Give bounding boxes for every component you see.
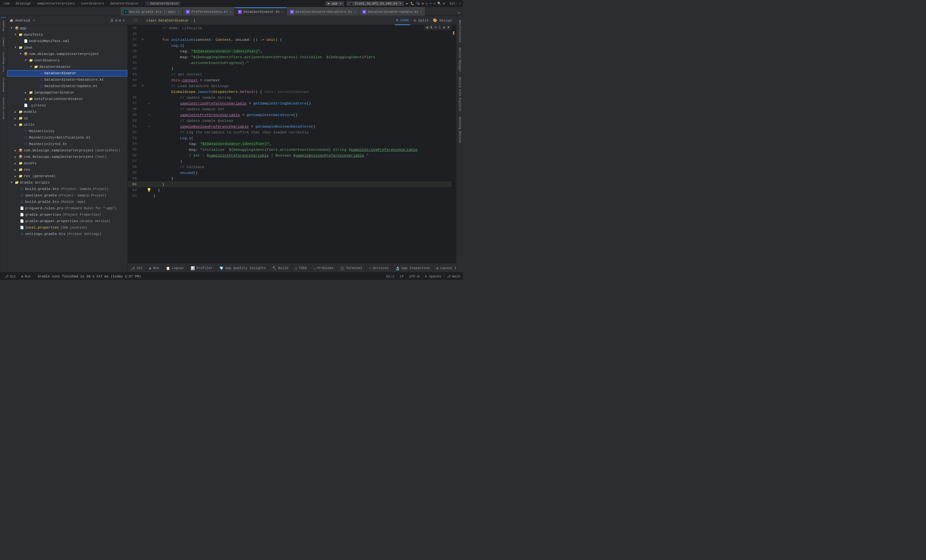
tree-item-assets[interactable]: ▶ 📁 assets [7, 160, 127, 166]
bc-class[interactable]: class DataCoordinator [146, 19, 189, 23]
right-tab-running-devices[interactable]: Running Devices [457, 115, 462, 145]
tree-gear-icon[interactable]: ☰ [110, 18, 113, 23]
breadcrumb-project[interactable]: samplestarterproject [37, 2, 75, 6]
redo-button[interactable]: ↪ [433, 2, 435, 6]
tree-item-manifests[interactable]: ▼ 📁 manifests [7, 32, 127, 38]
tree-collapse-icon[interactable]: ⊟ [119, 18, 121, 23]
code-wrapper[interactable]: 35 // MARK: Lifecycle 36 37 ▼ [128, 25, 451, 263]
tree-item-notification-coordinator[interactable]: ▶ 📁 notificationCoordinator [7, 96, 127, 102]
breadcrumb-active-file[interactable]: ⬡DataCoordinator [145, 1, 181, 6]
breadcrumb-com[interactable]: .com [2, 2, 10, 6]
bottom-tab-logcat[interactable]: 📋 Logcat [163, 264, 188, 272]
bottom-tab-problems[interactable]: ⚠ Problems [310, 264, 337, 272]
split-view-btn[interactable]: ⊟ Split [414, 18, 429, 23]
tab-preferences-keys[interactable]: K PreferencesKeys.kt ✕ [183, 8, 235, 16]
error-count[interactable]: ● 1 [435, 26, 440, 29]
tab-build-gradle-app[interactable]: G build.gradle.kts (:app) ✕ [121, 8, 183, 16]
bottom-tab-profiler[interactable]: 📊 Profiler [188, 264, 216, 272]
breadcrumb-delasign[interactable]: delasign [15, 2, 31, 6]
tree-item-ui[interactable]: ▶ 📁 ui [7, 115, 127, 121]
bottom-tab-build[interactable]: 🔨 Build [269, 264, 292, 272]
sidebar-item-bookmarks[interactable]: Bookmarks [1, 75, 6, 94]
fold-arrow-37[interactable]: ▼ [140, 38, 146, 41]
sidebar-item-commit[interactable]: Commit [1, 35, 6, 49]
tree-item-mainactivity-ui[interactable]: ⬡ MainActivity+UI.kt [7, 141, 127, 147]
attach-button[interactable]: 📎 [416, 2, 420, 6]
tree-item-settings-gradle[interactable]: ⬡ settings.gradle.kts (Project Settings) [7, 231, 127, 237]
tab-close[interactable]: ✕ [177, 10, 179, 14]
device-selector[interactable]: 📱 Pixel_3a_API_33_x86_64 ▾ [346, 1, 404, 6]
sidebar-item-build-variants[interactable]: Build Variants [1, 95, 6, 121]
tree-item-build-gradle-project[interactable]: ⬡ build.gradle.kts (Project: Sample_Proj… [7, 186, 127, 192]
bottom-tab-run[interactable]: ▶ Run [146, 264, 163, 272]
right-tab-device-file-explorer[interactable]: Device File Explorer [457, 74, 462, 115]
bottom-tab-git[interactable]: ⎇ Git [128, 264, 146, 272]
scroll-up[interactable]: ▲ [443, 26, 445, 29]
tab-data-coordinator-datastore[interactable]: K DataCoordinator+DataStore.kt ✕ [287, 8, 359, 16]
status-lf[interactable]: LF [397, 272, 407, 280]
design-view-btn[interactable]: 🎨 Design [433, 18, 452, 23]
sidebar-item-project[interactable]: Project [1, 17, 6, 34]
stop-button[interactable]: ■ [422, 2, 424, 6]
settings-button[interactable]: ⚙ [443, 2, 445, 6]
right-tab-notifications[interactable]: Notifications [457, 17, 462, 45]
status-cursor[interactable]: 61:2 [384, 272, 397, 280]
status-run[interactable]: ▶ Run [19, 272, 34, 280]
tree-item-datacoordinator-update[interactable]: ⬡ DataCoordinator+Update.kt [7, 83, 127, 89]
warning-count[interactable]: ▲ 8 [426, 26, 432, 29]
bottom-tab-app-quality[interactable]: 💎 App Quality Insights [216, 264, 269, 272]
tab-close[interactable]: ✕ [420, 10, 422, 14]
tree-item-proguard[interactable]: 📄 proguard-rules.pro (ProGuard Rules for… [7, 205, 127, 212]
tree-item-gradle-scripts[interactable]: ▼ 📁 Gradle Scripts [7, 179, 127, 186]
run-button[interactable]: ▶ [406, 2, 409, 6]
tree-item-utils[interactable]: ▶ 📁 utils [7, 121, 127, 128]
bottom-tab-todo[interactable]: ☑ TODO [292, 264, 310, 272]
tree-item-androidtest[interactable]: ▶ 📦 com.delasign.samplestarterproject (a… [7, 147, 127, 154]
status-indent[interactable]: 4 spaces [422, 272, 444, 280]
fold-arrow-45[interactable]: ▼ [140, 84, 146, 88]
tree-item-language-coordinator[interactable]: ▶ 📁 languageCoordinator [7, 89, 127, 96]
bottom-tab-terminal[interactable]: ⬛ Terminal [337, 264, 366, 272]
tab-close[interactable]: ✕ [354, 10, 355, 14]
debug-button[interactable]: 🐛 [410, 2, 414, 6]
tree-item-gitkeep[interactable]: 📄 .gitkeep [7, 102, 127, 109]
search-everywhere-button[interactable]: 🔍 [437, 2, 441, 6]
scroll-down[interactable]: ▼ [448, 26, 449, 29]
tab-close[interactable]: ✕ [281, 10, 283, 14]
bottom-tab-services[interactable]: ⚡ Services [366, 264, 393, 272]
status-git[interactable]: ⎇ Git [2, 272, 19, 280]
tree-item-datacoordinator[interactable]: ⬡ DataCoordinator [7, 70, 127, 77]
layout-inspector-btn[interactable]: ⊞ Layout Inspector [433, 264, 456, 272]
status-encoding[interactable]: UTF-8 [407, 272, 422, 280]
tree-item-java[interactable]: ▼ 📁 java [7, 44, 127, 51]
tab-close[interactable]: ✕ [230, 10, 231, 14]
tree-item-local-properties[interactable]: 📄 local.properties (SDK Location) [7, 224, 127, 231]
tree-item-res[interactable]: ▶ 📁 res [7, 166, 127, 173]
breadcrumb-datacoordinator-folder[interactable]: dataCoordinator [110, 2, 139, 6]
tree-item-build-gradle-module[interactable]: ⬡ build.gradle.kts (Module :app) [7, 199, 127, 205]
tab-data-coordinator-update[interactable]: K DataCoordinator+Update.kt ✕ [359, 8, 425, 16]
tab-data-coordinator[interactable]: K DataCoordinator.kt ✕ [235, 8, 287, 16]
code-view-btn[interactable]: ⊞ Code [395, 16, 410, 25]
tree-item-datacoordinator-folder[interactable]: ▼ 📁 dataCoordinator [7, 64, 127, 70]
sidebar-item-pull-requests[interactable]: Pull Requests [1, 49, 6, 74]
tree-settings-icon[interactable]: ⚙ [115, 18, 117, 23]
tree-item-res-generated[interactable]: ▶ 📁 res (generated) [7, 173, 127, 179]
tree-item-mainactivity[interactable]: ⬡ MainActivity [7, 128, 127, 135]
dropdown-arrow[interactable]: ▾ [33, 19, 35, 22]
tree-item-spotless[interactable]: ⬡ spotless.gradle (Project: Sample_Proje… [7, 192, 127, 199]
tree-item-manifest-xml[interactable]: 📄 AndroidManifest.xml [7, 38, 127, 44]
tree-item-mainactivity-notifications[interactable]: ⬡ MainActivity+Notifications.kt [7, 135, 127, 141]
tree-item-gradle-properties[interactable]: 📄 gradle.properties (Project Properties) [7, 212, 127, 218]
right-tab-device-manager[interactable]: Device Manager [457, 45, 462, 74]
tree-item-models[interactable]: ▶ 📁 models [7, 109, 127, 115]
tree-item-coordinators[interactable]: ▼ 📁 coordinators [7, 57, 127, 64]
bottom-tab-app-inspection[interactable]: 🔬 App Inspection [392, 264, 433, 272]
tree-item-app[interactable]: ▼ 📦 app [7, 25, 127, 32]
status-branch[interactable]: ⎇ main [444, 272, 463, 280]
tabs-overflow[interactable]: ⋯ [455, 10, 463, 16]
tree-item-datacoordinator-datastore[interactable]: ⬡ DataCoordinator+DataStore.kt [7, 77, 127, 83]
breadcrumb-coordinators[interactable]: coordinators [81, 2, 104, 6]
tree-item-gradle-wrapper[interactable]: 📄 gradle-wrapper.properties (Gradle Vers… [7, 218, 127, 224]
tree-item-package[interactable]: ▼ 📦 com.delasign.samplestarterproject [7, 51, 127, 57]
